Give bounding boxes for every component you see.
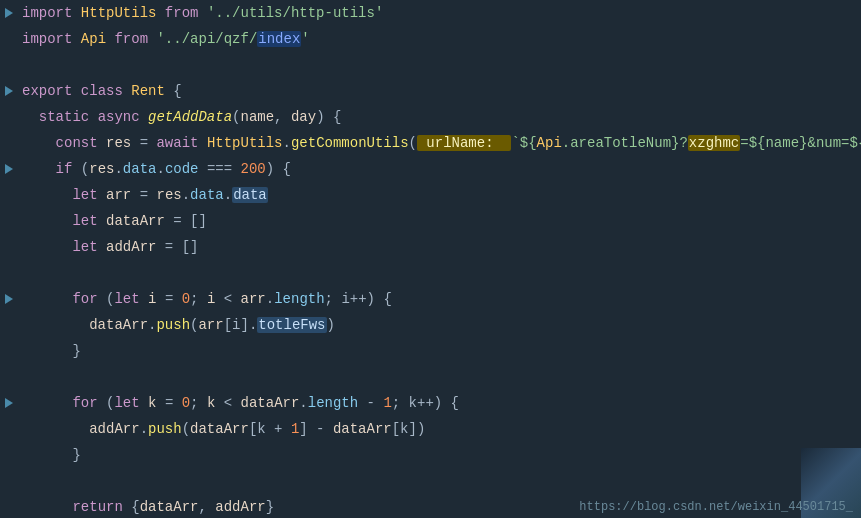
token: 0	[182, 395, 190, 411]
gutter-marker[interactable]	[0, 0, 18, 26]
token: res	[106, 135, 131, 151]
code-line: if (res.data.code === 200) {	[18, 156, 861, 182]
gutter-marker[interactable]	[0, 390, 18, 416]
token	[22, 317, 89, 333]
token: if	[56, 161, 73, 177]
token: (	[72, 161, 89, 177]
token	[22, 135, 56, 151]
token: .	[224, 187, 232, 203]
gutter-marker[interactable]	[0, 26, 18, 52]
code-line	[18, 364, 861, 390]
gutter-marker[interactable]	[0, 442, 18, 468]
token: dataArr	[140, 499, 199, 515]
token	[22, 161, 56, 177]
gutter-marker[interactable]	[0, 104, 18, 130]
gutter-marker[interactable]	[0, 338, 18, 364]
token	[198, 5, 206, 21]
token: getAddData	[148, 109, 232, 125]
token: i	[207, 291, 215, 307]
token: =	[131, 187, 156, 203]
token	[98, 213, 106, 229]
gutter-marker[interactable]	[0, 312, 18, 338]
token: ) {	[316, 109, 341, 125]
gutter-marker[interactable]	[0, 494, 18, 518]
gutter-marker[interactable]	[0, 234, 18, 260]
token: =	[131, 135, 156, 151]
token: [k])	[392, 421, 426, 437]
token: class	[81, 83, 123, 99]
token: push	[148, 421, 182, 437]
token: async	[98, 109, 140, 125]
token: import	[22, 31, 72, 47]
gutter-marker[interactable]	[0, 78, 18, 104]
gutter-marker[interactable]	[0, 52, 18, 78]
token: .	[148, 317, 156, 333]
token: .	[156, 161, 164, 177]
token: = []	[165, 213, 207, 229]
token: = []	[156, 239, 198, 255]
token: res	[156, 187, 181, 203]
token: from	[165, 5, 199, 21]
token: index	[257, 31, 301, 47]
token: .	[140, 421, 148, 437]
token	[140, 291, 148, 307]
token: xzghmc	[688, 135, 740, 151]
token: dataArr	[89, 317, 148, 333]
token: k	[207, 395, 215, 411]
token: <	[215, 291, 240, 307]
token: Rent	[131, 83, 165, 99]
token	[156, 5, 164, 21]
token: addArr	[215, 499, 265, 515]
gutter-marker[interactable]	[0, 468, 18, 494]
token: <	[215, 395, 240, 411]
token: Api	[81, 31, 106, 47]
token: {	[123, 499, 140, 515]
token	[22, 109, 39, 125]
gutter-marker[interactable]	[0, 364, 18, 390]
code-line	[18, 260, 861, 286]
token: let	[114, 395, 139, 411]
code-line: let arr = res.data.data	[18, 182, 861, 208]
token: (	[190, 317, 198, 333]
token: code	[165, 161, 199, 177]
fold-arrow-icon[interactable]	[5, 86, 13, 96]
token: dataArr	[333, 421, 392, 437]
token	[22, 499, 72, 515]
fold-arrow-icon[interactable]	[5, 398, 13, 408]
token: length	[308, 395, 358, 411]
token: day	[291, 109, 316, 125]
fold-arrow-icon[interactable]	[5, 8, 13, 18]
gutter-marker[interactable]	[0, 182, 18, 208]
token: let	[114, 291, 139, 307]
gutter-marker[interactable]	[0, 130, 18, 156]
token: await	[156, 135, 198, 151]
token: '../utils/http-utils'	[207, 5, 383, 21]
token: data	[190, 187, 224, 203]
token: ] -	[299, 421, 333, 437]
token	[22, 421, 89, 437]
token	[123, 83, 131, 99]
gutter-marker[interactable]	[0, 260, 18, 286]
token: .	[182, 187, 190, 203]
token: ; i++) {	[325, 291, 392, 307]
code-line	[18, 468, 861, 494]
fold-arrow-icon[interactable]	[5, 164, 13, 174]
token: (	[409, 135, 417, 151]
token: =${name}&num=${day}`	[740, 135, 861, 151]
fold-arrow-icon[interactable]	[5, 294, 13, 304]
code-line: import Api from '../api/qzf/index'	[18, 26, 861, 52]
token: addArr	[89, 421, 139, 437]
token: ===	[198, 161, 240, 177]
token: i	[148, 291, 156, 307]
token	[22, 291, 72, 307]
gutter-marker[interactable]	[0, 156, 18, 182]
token: 0	[182, 291, 190, 307]
token: dataArr	[241, 395, 300, 411]
token	[72, 83, 80, 99]
gutter-marker[interactable]	[0, 286, 18, 312]
code-editor: import HttpUtils from '../utils/http-uti…	[0, 0, 861, 518]
token: ;	[190, 395, 207, 411]
gutter-marker[interactable]	[0, 208, 18, 234]
token: `${	[511, 135, 536, 151]
gutter-marker[interactable]	[0, 416, 18, 442]
